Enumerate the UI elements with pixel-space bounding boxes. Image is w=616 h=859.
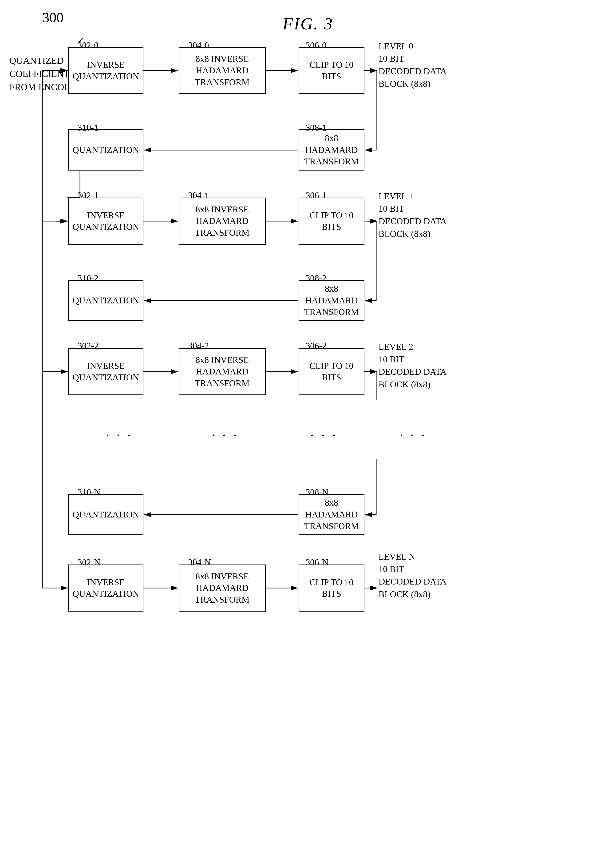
box-inv-quant-2: INVERSEQUANTIZATION [68, 348, 143, 395]
level-2-label: LEVEL 210 BITDECODED DATABLOCK (8x8) [379, 340, 446, 391]
ref-306-0: 306-0 [306, 40, 327, 50]
ref-308-N: 308-N [306, 487, 329, 497]
ref-308-2: 308-2 [306, 273, 327, 283]
ref-304-0: 304-0 [188, 40, 209, 50]
ref-302-1: 302-1 [78, 190, 98, 200]
box-inv-quant-1: INVERSEQUANTIZATION [68, 198, 143, 245]
ref-304-1: 304-1 [188, 190, 209, 200]
ref-302-2: 302-2 [78, 340, 98, 351]
box-hadamard-inv-N: 8x8 INVERSEHADAMARDTRANSFORM [179, 564, 266, 612]
ref-310-1: 310-1 [78, 122, 98, 133]
box-quant-1: QUANTIZATION [68, 130, 143, 170]
ref-306-2: 306-2 [306, 340, 327, 351]
dots-col2: . . . [212, 423, 239, 440]
box-clip-N: CLIP TO 10BITS [299, 564, 365, 612]
box-hadamard-N: 8x8HADAMARDTRANSFORM [299, 494, 365, 535]
box-hadamard-2: 8x8HADAMARDTRANSFORM [299, 280, 365, 321]
box-clip-0: CLIP TO 10BITS [299, 47, 365, 94]
box-inv-quant-N: INVERSEQUANTIZATION [68, 564, 143, 612]
box-clip-1: CLIP TO 10BITS [299, 198, 365, 245]
ref-304-2: 304-2 [188, 340, 209, 351]
ref-310-2: 310-2 [78, 273, 98, 283]
figure-number: 300 [42, 9, 64, 26]
box-hadamard-inv-1: 8x8 INVERSEHADAMARDTRANSFORM [179, 198, 266, 245]
ref-308-1: 308-1 [306, 122, 327, 133]
box-quant-N: QUANTIZATION [68, 494, 143, 535]
box-hadamard-inv-2: 8x8 INVERSEHADAMARDTRANSFORM [179, 348, 266, 395]
ref-302-N: 302-N [78, 557, 100, 567]
ref-306-N: 306-N [306, 557, 329, 567]
tick-302-0: ↙ [78, 35, 84, 44]
ref-304-N: 304-N [188, 557, 211, 567]
level-0-label: LEVEL 010 BITDECODED DATABLOCK (8x8) [379, 40, 446, 90]
box-clip-2: CLIP TO 10BITS [299, 348, 365, 395]
ref-310-N: 310-N [78, 487, 100, 497]
diagram: FIG. 3 300 QUANTIZEDCOEFFICIENTSFROM ENC… [0, 0, 616, 859]
box-hadamard-1: 8x8HADAMARDTRANSFORM [299, 130, 365, 170]
level-N-label: LEVEL N10 BITDECODED DATABLOCK (8x8) [379, 550, 446, 600]
box-quant-2: QUANTIZATION [68, 280, 143, 321]
figure-title: FIG. 3 [282, 14, 334, 34]
dots-col3: . . . [310, 423, 337, 440]
ref-306-1: 306-1 [306, 190, 327, 200]
box-hadamard-inv-0: 8x8 INVERSEHADAMARDTRANSFORM [179, 47, 266, 94]
box-inv-quant-0: INVERSEQUANTIZATION [68, 47, 143, 94]
dots-col4: . . . [400, 423, 427, 440]
dots-col1: . . . [106, 423, 133, 440]
level-1-label: LEVEL 110 BITDECODED DATABLOCK (8x8) [379, 190, 446, 240]
